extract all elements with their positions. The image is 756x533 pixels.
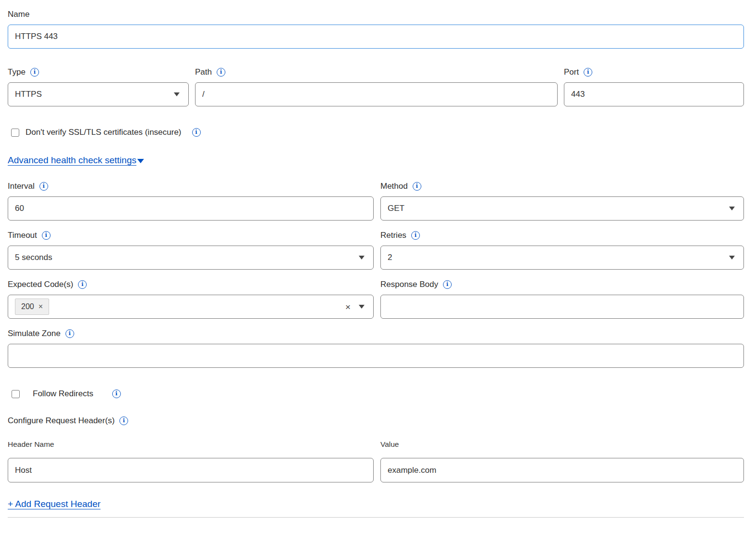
configure-headers-section: Configure Request Header(s) i xyxy=(8,416,744,426)
info-icon[interactable]: i xyxy=(192,128,201,137)
clear-selection-icon[interactable]: × xyxy=(345,302,351,312)
retries-select[interactable]: 2 xyxy=(380,246,744,270)
codes-body-row: Expected Code(s) i 200 × × Response Body… xyxy=(8,279,744,319)
name-label: Name xyxy=(8,9,29,19)
retries-field: Retries i 2 xyxy=(380,230,744,270)
info-icon[interactable]: i xyxy=(112,390,121,398)
expected-codes-label: Expected Code(s) xyxy=(8,279,73,289)
info-icon[interactable]: i xyxy=(411,231,420,240)
add-header-row: + Add Request Header xyxy=(8,499,744,509)
info-icon[interactable]: i xyxy=(42,231,51,240)
path-field: Path i xyxy=(195,67,558,106)
caret-down-icon xyxy=(729,256,735,260)
dont-verify-ssl-checkbox[interactable] xyxy=(11,129,19,137)
caret-down-icon xyxy=(174,92,180,96)
type-select-value: HTTPS xyxy=(15,90,42,99)
path-label: Path xyxy=(195,67,212,77)
code-tag: 200 × xyxy=(15,299,49,315)
timeout-retries-row: Timeout i 5 seconds Retries i 2 xyxy=(8,230,744,270)
add-request-header-link[interactable]: + Add Request Header xyxy=(8,499,101,509)
info-icon[interactable]: i xyxy=(39,182,48,191)
section-divider xyxy=(8,517,744,518)
remove-tag-icon[interactable]: × xyxy=(39,302,43,311)
caret-down-icon xyxy=(359,305,365,309)
response-body-field: Response Body i xyxy=(380,279,744,319)
simulate-zone-field: Simulate Zone i xyxy=(8,328,744,368)
info-icon[interactable]: i xyxy=(78,280,87,289)
simulate-zone-label: Simulate Zone xyxy=(8,328,61,338)
retries-label: Retries xyxy=(380,230,406,240)
request-header-row: Header Name Value xyxy=(8,439,744,482)
method-label: Method xyxy=(380,181,408,191)
health-check-form: Name Type i HTTPS Path i Port i xyxy=(8,9,744,518)
header-value-field: Value xyxy=(380,439,744,482)
header-value-input[interactable] xyxy=(380,458,744,482)
follow-redirects-row: Follow Redirects i xyxy=(8,389,744,399)
advanced-settings-link[interactable]: Advanced health check settings xyxy=(8,155,136,165)
header-name-label: Header Name xyxy=(8,439,54,449)
timeout-select-value: 5 seconds xyxy=(15,253,52,262)
method-select-value: GET xyxy=(388,204,404,213)
retries-select-value: 2 xyxy=(388,253,392,262)
follow-redirects-checkbox[interactable] xyxy=(12,390,20,398)
type-label: Type xyxy=(8,67,26,77)
timeout-select[interactable]: 5 seconds xyxy=(8,246,374,270)
name-input[interactable] xyxy=(8,25,744,49)
header-value-label: Value xyxy=(380,439,399,449)
caret-down-icon xyxy=(137,159,144,163)
configure-headers-label: Configure Request Header(s) xyxy=(8,416,115,426)
info-icon[interactable]: i xyxy=(413,182,421,191)
info-icon[interactable]: i xyxy=(584,68,592,77)
caret-down-icon xyxy=(359,256,365,260)
timeout-field: Timeout i 5 seconds xyxy=(8,230,374,270)
info-icon[interactable]: i xyxy=(30,68,39,77)
expected-codes-multiselect[interactable]: 200 × × xyxy=(8,295,374,319)
interval-input[interactable] xyxy=(8,196,374,221)
dont-verify-ssl-label: Don't verify SSL/TLS certificates (insec… xyxy=(26,128,182,137)
info-icon[interactable]: i xyxy=(217,68,225,77)
follow-redirects-label: Follow Redirects xyxy=(33,389,93,399)
interval-label: Interval xyxy=(8,181,35,191)
code-tag-value: 200 xyxy=(21,302,34,311)
response-body-label: Response Body xyxy=(380,279,438,289)
header-name-field: Header Name xyxy=(8,439,374,482)
method-field: Method i GET xyxy=(380,181,744,221)
interval-field: Interval i xyxy=(8,181,374,221)
response-body-input[interactable] xyxy=(380,295,744,319)
type-field: Type i HTTPS xyxy=(8,67,189,106)
method-select[interactable]: GET xyxy=(380,196,744,221)
caret-down-icon xyxy=(729,207,735,210)
interval-method-row: Interval i Method i GET xyxy=(8,181,744,221)
path-input[interactable] xyxy=(195,82,558,106)
advanced-settings-row: Advanced health check settings xyxy=(8,155,744,166)
port-label: Port xyxy=(564,67,579,77)
dont-verify-ssl-row: Don't verify SSL/TLS certificates (insec… xyxy=(8,128,744,137)
header-name-input[interactable] xyxy=(8,458,374,482)
type-path-port-row: Type i HTTPS Path i Port i xyxy=(8,67,744,106)
name-field: Name xyxy=(8,9,744,49)
timeout-label: Timeout xyxy=(8,230,37,240)
info-icon[interactable]: i xyxy=(65,329,74,338)
info-icon[interactable]: i xyxy=(443,280,452,289)
expected-codes-field: Expected Code(s) i 200 × × xyxy=(8,279,374,319)
info-icon[interactable]: i xyxy=(119,416,128,425)
type-select[interactable]: HTTPS xyxy=(8,82,189,106)
port-input[interactable] xyxy=(564,82,744,106)
simulate-zone-input[interactable] xyxy=(8,344,744,368)
port-field: Port i xyxy=(564,67,744,106)
